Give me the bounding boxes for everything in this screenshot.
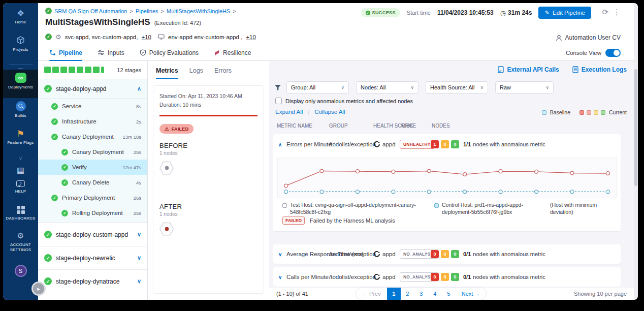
chevron-down-icon: ∨: [410, 85, 414, 90]
kebab-menu-icon[interactable]: ⋮: [613, 8, 621, 17]
refresh-icon[interactable]: ⟳: [602, 8, 608, 17]
environments-more-link[interactable]: +10: [246, 34, 256, 40]
step-primary-deployment[interactable]: ✓ Primary Deployment26s: [38, 190, 147, 205]
sidebar-item-projects[interactable]: Projects: [3, 36, 38, 62]
after-node-count: 1 nodes: [159, 211, 257, 217]
expand-all-link[interactable]: Expand All: [275, 109, 303, 115]
sidebar-item-deployments[interactable]: ∞ Deployments: [3, 70, 38, 98]
before-node-hexagon[interactable]: [159, 161, 174, 175]
sidebar-item-feature-flags[interactable]: ⚑ Feature Flags: [3, 127, 38, 155]
next-page-button[interactable]: Next →: [456, 288, 487, 300]
chart-legend: Baseline Current: [542, 109, 627, 115]
tab-pipeline[interactable]: Pipeline: [49, 45, 82, 60]
anomalous-filter-checkbox[interactable]: [275, 98, 282, 104]
tab-policy-evaluations[interactable]: Policy Evaluations: [140, 45, 199, 60]
sidebar-item-dashboards[interactable]: DASHBOARDS: [3, 206, 38, 231]
sidebar-item-builds[interactable]: Builds: [3, 98, 38, 127]
metric-row[interactable]: ∨ Calls per Minute /todolist/exception a…: [273, 267, 621, 287]
metric-row[interactable]: ∧ Errors per Minute /todolist/exception …: [273, 134, 621, 154]
breadcrumb-project[interactable]: SRM QA Sign Off Automation: [54, 8, 127, 14]
success-check-icon: ✓: [61, 149, 68, 156]
chevron-down-icon[interactable]: ∨: [278, 274, 282, 280]
page-5-button[interactable]: 5: [442, 288, 456, 300]
sidebar-item-help[interactable]: ? HELP: [3, 180, 38, 206]
pencil-icon: ✎: [544, 9, 550, 16]
page-1-button[interactable]: 1: [387, 288, 401, 300]
sidebar-item-account-settings[interactable]: ⚙ ACCOUNT SETTINGS: [3, 231, 38, 261]
panel-expand-handle[interactable]: ▸: [31, 282, 46, 296]
stage-header-custom-appd[interactable]: ✓ stage-deploy-custom-appd ∨: [38, 223, 147, 246]
metric-row[interactable]: ∨ Average Response Time (ms) /todolist/e…: [273, 244, 621, 264]
tab-metrics[interactable]: Metrics: [156, 67, 178, 79]
anomalous-filter-label: Display only anomalous metrics and affec…: [285, 98, 413, 104]
collapse-all-link[interactable]: Collapse All: [314, 109, 345, 115]
current-legend-swatch-red: [579, 110, 584, 115]
health-source-filter-dropdown[interactable]: Health Source: All ∨: [426, 81, 488, 94]
sidebar-item-home[interactable]: ❖ Home: [3, 9, 38, 36]
deployments-icon: ∞: [15, 73, 26, 83]
chevron-down-icon[interactable]: ∨: [137, 231, 141, 238]
step-canary-delete[interactable]: ✓ Canary Delete4s: [38, 175, 147, 190]
sidebar-item-label: ACCOUNT SETTINGS: [8, 242, 34, 253]
warning-icon: ⚠: [165, 126, 169, 132]
success-check-icon: ✓: [51, 118, 58, 125]
user-avatar[interactable]: S: [15, 265, 27, 277]
tab-resilience[interactable]: Resilience: [214, 45, 251, 60]
chevron-up-icon[interactable]: ∧: [137, 85, 141, 92]
chevron-up-icon[interactable]: ∧: [278, 142, 282, 147]
stage-header-dynatrace[interactable]: ✓ stage-deploy-dynatrace ∨: [38, 270, 147, 293]
success-check-icon: ✓: [366, 11, 370, 15]
execution-id: (Execution Id: 472): [154, 20, 201, 26]
chevron-down-icon[interactable]: ∨: [137, 278, 141, 285]
step-canary-deployment[interactable]: ✓ Canary Deployment25s: [38, 144, 147, 160]
console-view-toggle[interactable]: [605, 49, 621, 57]
title-row: MultiStagesWithSingleHS (Execution Id: 4…: [45, 17, 201, 27]
projects-cube-icon: [16, 36, 25, 45]
tab-logs[interactable]: Logs: [189, 67, 203, 79]
stage-group-expanded: ✓ stage-deploy-appd ∧ ✓ Service8s ✓ Infr…: [38, 79, 147, 223]
health-source: appd: [374, 274, 396, 280]
page-2-button[interactable]: 2: [401, 288, 414, 300]
tab-inputs[interactable]: Inputs: [98, 45, 124, 60]
execution-logs-link[interactable]: Execution Logs: [572, 66, 627, 73]
node-counts: 1 0 0 1/1 nodes with anomalous metric: [431, 140, 545, 148]
metric-card-avg-response-time: ∨ Average Response Time (ms) /todolist/e…: [273, 244, 621, 264]
scrollbar-thumb[interactable]: [634, 69, 637, 186]
stage-header-appd[interactable]: ✓ stage-deploy-appd ∧: [38, 79, 147, 99]
chevron-down-icon[interactable]: ∨: [278, 252, 282, 257]
step-verify-selected[interactable]: ✓ Verify12m 47s: [38, 160, 147, 175]
test-host-checkbox[interactable]: [282, 203, 287, 208]
metric-group: /todolist/exception: [329, 251, 376, 257]
control-host-checkbox[interactable]: [434, 203, 439, 208]
filter-funnel-icon[interactable]: [274, 84, 281, 91]
step-service[interactable]: ✓ Service8s: [38, 99, 147, 114]
external-api-calls-link[interactable]: External API Calls: [498, 66, 559, 73]
step-canary-deployment-group[interactable]: ✓ Canary Deployment13m 18s: [38, 129, 147, 144]
services-more-link[interactable]: +10: [141, 34, 151, 40]
step-rolling-deployment[interactable]: ✓ Rolling Deployment25s: [38, 205, 147, 221]
vertical-scrollbar: [634, 3, 638, 300]
page-3-button[interactable]: 3: [414, 288, 428, 300]
success-check-icon: ✓: [51, 103, 58, 110]
gear-icon: ⚙: [17, 231, 24, 240]
chevron-down-icon[interactable]: ∨: [137, 255, 141, 261]
prev-page-button[interactable]: ← Prev: [356, 288, 387, 300]
breadcrumb-pipeline-name[interactable]: MultiStagesWithSingleHS: [167, 8, 230, 14]
builds-icon: [16, 101, 26, 111]
page-4-button[interactable]: 4: [428, 288, 442, 300]
main-sidebar: ❖ Home Projects — ∞ Deployments Builds ⚑…: [3, 3, 38, 300]
raw-filter-dropdown[interactable]: Raw ∨: [495, 81, 554, 94]
nodes-filter-dropdown[interactable]: Nodes: All ∨: [356, 81, 418, 94]
module-grid-icon[interactable]: ▦: [17, 165, 24, 180]
edit-pipeline-button[interactable]: ✎ Edit Pipeline: [538, 7, 591, 19]
group-filter-dropdown[interactable]: Group: All ∨: [286, 81, 349, 94]
step-infrastructure[interactable]: ✓ Infrastructure2s: [38, 114, 147, 129]
home-icon: ❖: [17, 9, 24, 18]
resilience-icon: [214, 50, 220, 56]
after-node-hexagon[interactable]: [159, 222, 174, 236]
sidebar-chevron-down-icon[interactable]: ∨: [18, 155, 22, 165]
stage-header-newrelic[interactable]: ✓ stage-deploy-newrelic ∨: [38, 246, 147, 270]
tab-errors[interactable]: Errors: [214, 67, 232, 79]
environment-icon: [158, 34, 165, 40]
breadcrumb-pipelines[interactable]: Pipelines: [136, 8, 158, 14]
